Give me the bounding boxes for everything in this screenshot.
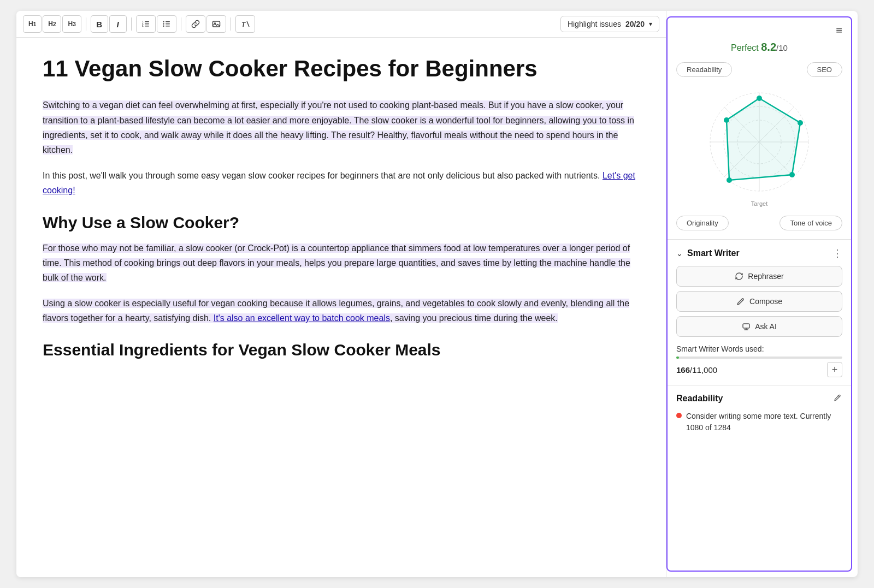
collapse-icon[interactable]: ⌄ [676,249,683,258]
sidebar-header: ≡ [668,17,851,41]
top-tabs-row: Readability SEO [668,62,851,77]
readability-item-text: Consider writing some more text. Current… [686,411,842,433]
svg-point-24 [757,96,762,101]
score-prefix: Perfect [731,43,761,52]
chevron-down-icon: ▾ [649,20,652,28]
svg-point-11 [163,26,164,27]
words-progress-bar [676,357,842,359]
toolbar: H1 H2 H3 B I 1. 2. 3. [16,11,666,38]
svg-rect-0 [145,21,149,22]
readability-section: Readability Consider writing some more t… [668,385,851,441]
tab-tone-of-voice[interactable]: Tone of voice [779,216,842,230]
ask-ai-icon [742,322,751,331]
rephraser-icon [735,272,743,281]
divider-1 [86,17,86,31]
insert-buttons-group [186,15,226,33]
rephraser-button[interactable]: Rephraser [676,266,842,287]
tab-readability[interactable]: Readability [676,62,732,77]
svg-point-9 [163,21,164,22]
smart-writer-header: ⌄ Smart Writer ⋮ [676,247,842,259]
svg-point-26 [789,172,795,177]
paragraph-1[interactable]: Switching to a vegan diet can feel overw… [43,98,640,157]
highlight-issues-button[interactable]: Highlight issues 20/20 ▾ [560,16,659,32]
svg-line-15 [247,21,249,27]
smart-writer-title-row: ⌄ Smart Writer [676,248,740,258]
unordered-list-button[interactable] [157,15,176,33]
svg-rect-6 [166,21,170,22]
svg-rect-7 [166,23,170,25]
words-count-row: 166/11,000 + [676,362,842,377]
highlighted-text-1: Switching to a vegan diet can feel overw… [43,100,634,155]
ordered-list-button[interactable]: 1. 2. 3. [136,15,156,33]
heading-buttons-group: H1 H2 H3 [23,15,81,33]
svg-text:T: T [241,21,246,28]
compose-button[interactable]: Compose [676,291,842,312]
svg-point-28 [724,117,729,123]
compose-icon [736,297,745,306]
score-number: 8.2 [761,41,776,53]
edit-icon[interactable] [834,393,842,404]
highlight-issues-label: Highlight issues [568,20,621,28]
smart-writer-section: ⌄ Smart Writer ⋮ Rephraser [668,239,851,385]
sidebar-panel: ≡ Perfect 8.2/10 Readability SEO [666,16,852,572]
rephraser-label: Rephraser [748,272,783,281]
divider-4 [231,17,231,31]
words-total-number: 11,000 [692,365,717,375]
svg-point-10 [163,23,164,25]
svg-text:3.: 3. [142,25,144,27]
h3-button[interactable]: H3 [62,15,81,33]
add-words-button[interactable]: + [827,362,842,377]
paragraph-4-link[interactable]: It's also an excellent way to batch cook… [214,313,390,323]
tab-seo[interactable]: SEO [807,62,842,77]
ask-ai-button[interactable]: Ask AI [676,316,842,337]
heading-2-why[interactable]: Why Use a Slow Cooker? [43,213,640,232]
svg-rect-8 [166,26,170,27]
target-label: Target [751,200,768,207]
words-progress-fill [676,357,679,359]
paragraph-2[interactable]: In this post, we'll walk you through som… [43,168,640,198]
svg-point-25 [798,120,803,126]
radar-chart [696,79,822,205]
bold-button[interactable]: B [91,15,108,33]
score-denominator: /10 [776,43,788,52]
readability-header: Readability [676,393,842,404]
words-used-label: Smart Writer Words used: [676,345,842,353]
highlighted-text-4b: , saving you precious time during the we… [390,313,558,323]
format-buttons-group: B I [91,15,127,33]
h2-button[interactable]: H2 [43,15,61,33]
divider-3 [181,17,181,31]
readability-title: Readability [676,394,723,403]
svg-marker-23 [727,98,800,180]
svg-rect-29 [743,324,749,328]
link-button[interactable] [186,15,205,33]
italic-button[interactable]: I [109,15,127,33]
highlighted-text-3: For those who may not be familiar, a slo… [43,243,630,282]
svg-point-27 [727,177,732,183]
score-display: Perfect 8.2/10 [676,41,842,54]
document-body: Switching to a vegan diet can feel overw… [43,98,640,359]
svg-rect-2 [145,26,149,27]
editor-panel: H1 H2 H3 B I 1. 2. 3. [16,11,666,577]
score-section: Perfect 8.2/10 [668,41,851,62]
ask-ai-label: Ask AI [755,322,777,331]
h1-button[interactable]: H1 [23,15,42,33]
paragraph-4[interactable]: Using a slow cooker is especially useful… [43,296,640,325]
paragraph-2-text: In this post, we'll walk you through som… [43,171,603,180]
readability-item-1: Consider writing some more text. Current… [676,411,842,433]
divider-2 [131,17,132,31]
red-dot-indicator [676,413,682,418]
hamburger-menu-icon[interactable]: ≡ [836,24,842,37]
svg-rect-12 [212,21,220,27]
image-button[interactable] [206,15,226,33]
more-options-icon[interactable]: ⋮ [832,247,842,259]
editor-content[interactable]: 11 Vegan Slow Cooker Recipes for Beginne… [16,38,666,577]
issues-count: 20/20 [625,20,645,28]
clear-format-button[interactable]: T [235,15,255,33]
radar-chart-container: Target [668,79,851,216]
words-count-display: 166/11,000 [676,365,717,375]
tab-originality[interactable]: Originality [676,216,729,230]
document-title[interactable]: 11 Vegan Slow Cooker Recipes for Beginne… [43,55,640,82]
heading-2-essential[interactable]: Essential Ingredients for Vegan Slow Coo… [43,341,640,359]
words-used-number: 166 [676,365,690,375]
paragraph-3[interactable]: For those who may not be familiar, a slo… [43,241,640,286]
